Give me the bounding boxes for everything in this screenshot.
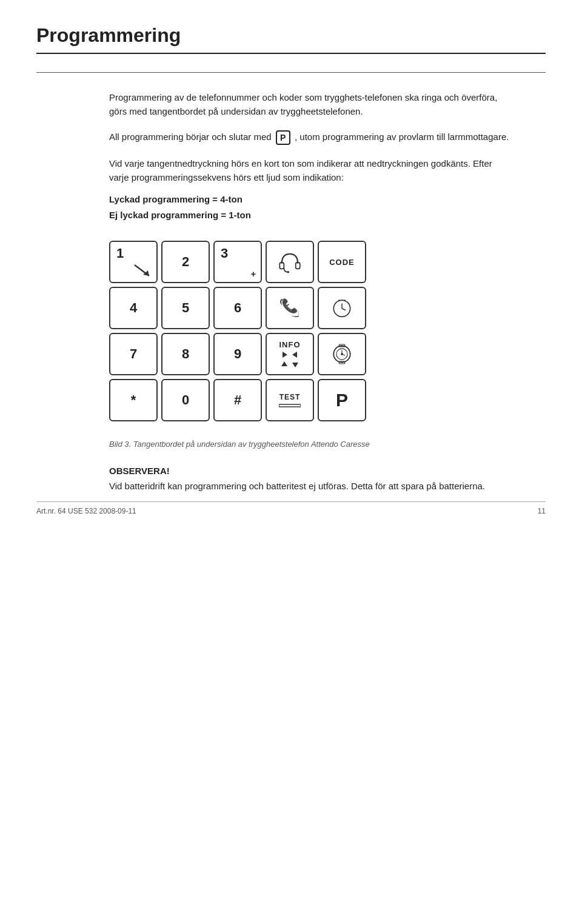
- key-2[interactable]: 2: [161, 241, 210, 283]
- tone-paragraph: Vid varje tangentnedtryckning hörs en ko…: [109, 157, 509, 184]
- key-4[interactable]: 4: [109, 287, 158, 329]
- key-8-label: 8: [182, 346, 189, 362]
- headset-icon: [276, 249, 303, 275]
- key-8[interactable]: 8: [161, 333, 210, 375]
- key-test[interactable]: TEST: [266, 379, 314, 421]
- key-star-label: *: [131, 392, 136, 408]
- clock-icon: [330, 296, 353, 320]
- key-code[interactable]: CODE: [318, 241, 366, 283]
- left-arrow-icon: [280, 350, 289, 359]
- watch-icon: [330, 343, 353, 366]
- svg-line-8: [342, 309, 346, 310]
- key-star[interactable]: *: [109, 379, 158, 421]
- key-3-label: 3: [221, 246, 228, 261]
- footer-art-nr: Art.nr. 64 USE 532 2008-09-11: [36, 507, 136, 515]
- content-area: Programmering av de telefonnummer och ko…: [109, 91, 509, 494]
- key-9[interactable]: 9: [213, 333, 262, 375]
- footer: Art.nr. 64 USE 532 2008-09-11 11: [36, 501, 546, 515]
- key-clock[interactable]: [318, 287, 366, 329]
- info-arrows-updown: [280, 360, 299, 369]
- key-7[interactable]: 7: [109, 333, 158, 375]
- svg-rect-22: [279, 404, 301, 407]
- failure-text: Ej lyckad programmering = 1-ton: [109, 210, 251, 220]
- key-info[interactable]: INFO: [266, 333, 314, 375]
- key-hash[interactable]: #: [213, 379, 262, 421]
- page-title: Programmering: [36, 24, 546, 54]
- right-arrow-icon: [291, 350, 299, 359]
- observera-section: OBSERVERA! Vid batteridrift kan programm…: [109, 466, 509, 494]
- up-arrow-icon: [280, 360, 289, 369]
- key-headset[interactable]: [266, 241, 314, 283]
- key-2-label: 2: [182, 254, 189, 270]
- p-key-inline-icon: P: [276, 130, 290, 145]
- svg-text:📞: 📞: [281, 298, 298, 314]
- key-0-label: 0: [182, 392, 189, 408]
- test-underline-icon: [279, 404, 301, 407]
- key-phone[interactable]: 📞: [266, 287, 314, 329]
- svg-marker-11: [283, 352, 287, 358]
- programming-result: Lyckad programmering = 4-ton Ej lyckad p…: [109, 192, 509, 223]
- key-code-label: CODE: [329, 258, 355, 267]
- svg-marker-14: [292, 363, 298, 367]
- key-5[interactable]: 5: [161, 287, 210, 329]
- phone-icon: 📞: [278, 296, 302, 320]
- key-test-label: TEST: [279, 393, 301, 401]
- observera-text: Vid batteridrift kan programmering och b…: [109, 480, 509, 494]
- key-7-label: 7: [130, 346, 137, 362]
- footer-page-number: 11: [538, 507, 546, 515]
- caption: Bild 3. Tangentbordet på undersidan av t…: [109, 440, 509, 449]
- key-watch[interactable]: [318, 333, 366, 375]
- page: Programmering Programmering av de telefo…: [0, 0, 582, 530]
- intro-paragraph: Programmering av de telefonnummer och ko…: [109, 91, 509, 118]
- p-key-paragraph: All programmering börjar och slutar med …: [109, 130, 509, 145]
- key-3[interactable]: 3 +: [213, 241, 262, 283]
- svg-marker-12: [292, 352, 297, 358]
- key-info-label: INFO: [279, 340, 300, 349]
- key-0[interactable]: 0: [161, 379, 210, 421]
- key-hash-label: #: [234, 392, 241, 408]
- key-9-label: 9: [234, 346, 241, 362]
- diagonal-down-arrow-icon: [133, 264, 152, 278]
- success-text: Lyckad programmering = 4-ton: [109, 194, 242, 204]
- key-4-label: 4: [130, 300, 137, 316]
- keypad: 1 2 3 +: [109, 241, 366, 421]
- svg-point-4: [287, 271, 290, 273]
- svg-marker-13: [281, 361, 287, 366]
- down-arrow-icon: [291, 360, 299, 369]
- key-1-label: 1: [116, 246, 124, 261]
- key-p-label: P: [336, 390, 348, 410]
- observera-title: OBSERVERA!: [109, 466, 509, 476]
- key-1[interactable]: 1: [109, 241, 158, 283]
- key-3-plus: +: [251, 269, 256, 279]
- info-arrows-row: [280, 350, 299, 359]
- key-6[interactable]: 6: [213, 287, 262, 329]
- key-5-label: 5: [182, 300, 189, 316]
- key-6-label: 6: [234, 300, 241, 316]
- key-p[interactable]: P: [318, 379, 366, 421]
